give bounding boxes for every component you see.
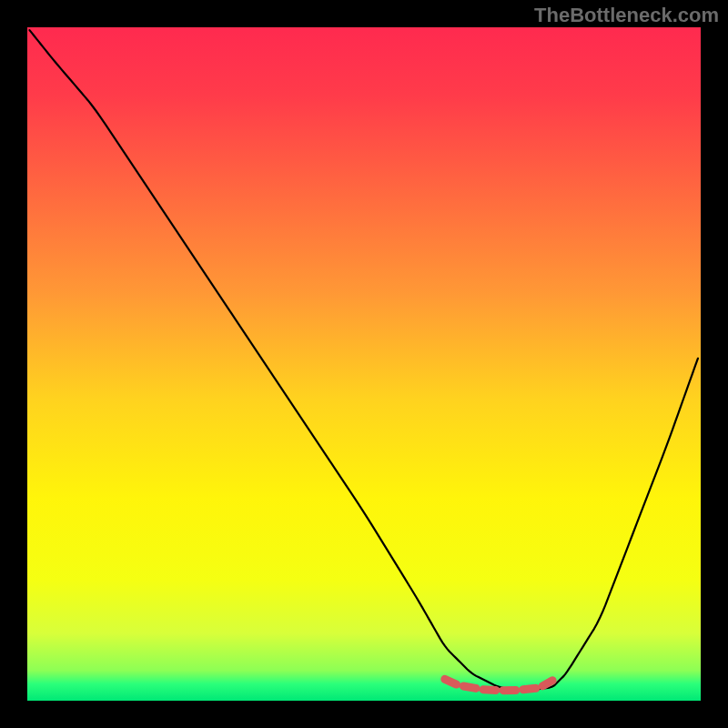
svg-line-5: [542, 681, 552, 686]
svg-line-0: [445, 679, 457, 684]
svg-line-1: [463, 686, 476, 688]
svg-line-4: [523, 688, 536, 689]
plot-background: [27, 27, 701, 701]
svg-line-2: [483, 690, 496, 691]
chart-svg: [0, 0, 728, 728]
attribution-label: TheBottleneck.com: [534, 4, 719, 27]
bottleneck-chart: TheBottleneck.com: [0, 0, 728, 728]
